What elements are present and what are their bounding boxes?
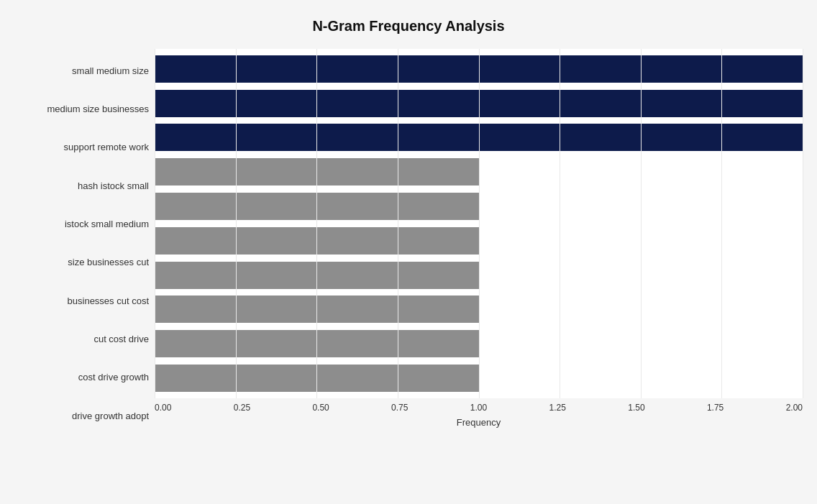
bar-row — [155, 155, 803, 189]
bar-row — [155, 86, 803, 121]
bar — [155, 55, 803, 83]
y-axis-label: size businesses cut — [14, 243, 149, 281]
x-axis-label: Frequency — [155, 417, 803, 428]
y-axis-label: cut cost drive — [14, 320, 149, 358]
x-tick-label: 1.50 — [628, 403, 644, 413]
y-axis-label: medium size businesses — [14, 90, 149, 128]
x-ticks: 0.000.250.500.751.001.251.501.752.00 — [155, 398, 803, 413]
x-tick-label: 1.75 — [707, 403, 724, 413]
bar-row — [155, 361, 803, 395]
x-tick-label: 0.00 — [155, 403, 171, 413]
y-labels: small medium sizemedium size businessess… — [14, 49, 155, 438]
y-axis-label: cost drive growth — [14, 358, 149, 396]
bar-row — [155, 293, 803, 327]
y-axis-label: drive growth adopt — [14, 397, 149, 435]
bar — [155, 227, 479, 255]
y-axis-label: support remote work — [14, 129, 149, 167]
bar-row — [155, 258, 803, 293]
bar — [155, 124, 803, 151]
bar-row — [155, 326, 803, 361]
plot-area: 0.000.250.500.751.001.251.501.752.00 Fre… — [155, 49, 803, 438]
bar — [155, 365, 479, 392]
chart-container: N-Gram Frequency Analysis small medium s… — [0, 0, 817, 504]
bar — [155, 158, 479, 185]
bar-row — [155, 52, 803, 86]
y-axis-label: businesses cut cost — [14, 282, 149, 320]
bar-row — [155, 121, 803, 155]
chart-title: N-Gram Frequency Analysis — [14, 18, 803, 35]
y-axis-label: istock small medium — [14, 205, 149, 243]
grid-line — [803, 49, 803, 398]
bar — [155, 330, 479, 357]
bars-section — [155, 49, 803, 398]
bar — [155, 193, 479, 220]
x-tick-label: 0.75 — [391, 403, 408, 413]
x-tick-label: 1.00 — [470, 403, 487, 413]
bar — [155, 262, 479, 289]
bar — [155, 295, 479, 323]
x-tick-label: 0.50 — [312, 403, 329, 413]
y-axis-label: hash istock small — [14, 167, 149, 205]
bar — [155, 90, 803, 117]
bar-row — [155, 189, 803, 224]
x-axis-area: 0.000.250.500.751.001.251.501.752.00 Fre… — [155, 398, 803, 438]
x-tick-label: 0.25 — [234, 403, 250, 413]
chart-area: small medium sizemedium size businessess… — [14, 49, 803, 438]
y-axis-label: small medium size — [14, 52, 149, 90]
x-tick-label: 2.00 — [786, 403, 803, 413]
bar-row — [155, 224, 803, 258]
x-tick-label: 1.25 — [549, 403, 566, 413]
